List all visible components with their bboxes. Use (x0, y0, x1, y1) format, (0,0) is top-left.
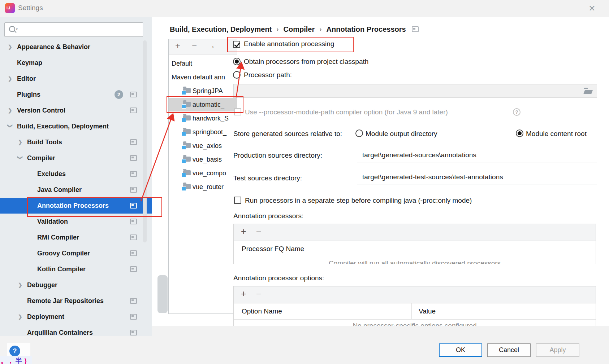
sidebar-item-debugger[interactable]: ❯Debugger (0, 277, 152, 293)
sidebar-item-arquillian-containers[interactable]: Arquillian Containers (0, 325, 152, 336)
breadcrumb-compiler[interactable]: Compiler (284, 25, 315, 34)
intellij-logo-icon: IJ (5, 3, 15, 13)
sidebar-item-deployment[interactable]: ❯Deployment (0, 309, 152, 325)
profiles-toolbar: + − → (169, 39, 237, 54)
profile-item-vue-axios[interactable]: vue_axios (169, 139, 237, 153)
chevron-right-icon[interactable]: ❯ (8, 108, 12, 113)
enable-annotation-processing-label[interactable]: Enable annotation processing (244, 40, 334, 48)
enable-annotation-processing-checkbox[interactable] (233, 41, 240, 48)
sidebar-item-excludes[interactable]: Excludes (0, 166, 152, 182)
ok-button[interactable]: OK (439, 343, 482, 357)
processor-options-table-label: Annotation processor options: (233, 274, 324, 282)
profile-item-automatic[interactable]: automatic_ (169, 98, 237, 111)
profiles-list: Default Maven default ann SpringJPA auto… (169, 57, 237, 194)
sidebar-item-annotation-processors[interactable]: Annotation Processors (0, 198, 152, 214)
chevron-right-icon[interactable]: ❯ (18, 282, 22, 288)
chevron-right-icon[interactable]: ❯ (8, 76, 12, 82)
profile-item-maven-default[interactable]: Maven default ann (169, 70, 237, 84)
profile-item-springboot[interactable]: springboot_ (169, 125, 237, 139)
processor-path-input[interactable] (233, 84, 597, 98)
sidebar-item-compiler[interactable]: ❯Compiler (0, 150, 152, 166)
option-name-header: Option Name (242, 307, 282, 315)
obtain-from-classpath-label[interactable]: Obtain processors from project classpath (244, 58, 368, 66)
module-content-root-label[interactable]: Module content root (526, 130, 587, 138)
sidebar-item-kotlin-compiler[interactable]: Kotlin Compiler (0, 261, 152, 277)
move-to-profile-button[interactable]: → (208, 41, 215, 50)
chevron-down-icon[interactable]: ❯ (7, 124, 13, 128)
sidebar-item-java-compiler[interactable]: Java Compiler (0, 182, 152, 198)
obtain-from-classpath-radio[interactable] (233, 58, 241, 65)
module-folder-icon (183, 157, 191, 162)
search-input[interactable] (21, 23, 141, 36)
breadcrumb-separator: › (319, 25, 321, 33)
help-circle-icon[interactable]: ? (513, 108, 521, 116)
annotation-processors-table: + − Processor FQ Name Compiler will run … (233, 224, 596, 264)
tree-scrollbar-thumb[interactable] (157, 275, 168, 313)
module-output-directory-radio[interactable] (355, 130, 363, 137)
browse-folder-icon[interactable] (583, 88, 593, 94)
use-processor-module-path-label[interactable]: Use --processor-module-path compiler opt… (245, 108, 448, 116)
sidebar-item-keymap[interactable]: Keymap (0, 55, 152, 71)
chevron-right-icon[interactable]: ❯ (18, 314, 22, 320)
cancel-button[interactable]: Cancel (487, 343, 531, 357)
remove-option-button[interactable]: − (256, 289, 262, 299)
chevron-down-icon[interactable]: ❯ (17, 155, 23, 160)
window-title: Settings (18, 4, 43, 12)
search-icon (9, 26, 15, 32)
proc-only-label[interactable]: Run processors in a separate step before… (245, 197, 472, 205)
test-sources-input[interactable] (357, 170, 597, 184)
processor-path-radio[interactable] (233, 71, 241, 79)
use-processor-module-path-checkbox[interactable] (234, 108, 241, 115)
breadcrumb-build-execution-deployment[interactable]: Build, Execution, Deployment (170, 25, 272, 34)
sidebar-item-version-control[interactable]: ❯Version Control (0, 102, 152, 118)
profile-item-vue-basis[interactable]: vue_basis (169, 153, 237, 166)
settings-indicator-icon (130, 203, 137, 209)
close-icon[interactable]: ✕ (587, 3, 597, 14)
ime-artifact-part: 。， (1, 357, 14, 364)
apply-button[interactable]: Apply (536, 343, 579, 357)
processor-path-label[interactable]: Processor path: (244, 71, 292, 79)
sidebar-item-appearance-behavior[interactable]: ❯Appearance & Behavior (0, 39, 152, 55)
add-option-button[interactable]: + (241, 289, 246, 299)
remove-processor-button[interactable]: − (256, 226, 262, 237)
sidebar-item-groovy-compiler[interactable]: Groovy Compiler (0, 245, 152, 261)
sidebar-item-validation[interactable]: Validation (0, 214, 152, 229)
help-button[interactable]: ? (9, 346, 20, 356)
chevron-right-icon[interactable]: ❯ (8, 44, 12, 50)
settings-indicator-icon (130, 298, 137, 304)
plugins-count-badge: 2 (115, 90, 123, 99)
add-profile-button[interactable]: + (175, 41, 180, 51)
module-folder-icon (183, 143, 191, 148)
options-table-header: Option Name Value (234, 303, 596, 320)
proc-only-checkbox[interactable] (234, 197, 241, 204)
remove-profile-button[interactable]: − (192, 41, 197, 51)
settings-indicator-icon (130, 92, 137, 97)
processors-table-toolbar: + − (234, 224, 596, 241)
sidebar-item-build-tools[interactable]: ❯Build Tools (0, 134, 152, 150)
store-relative-label: Store generated sources relative to: (233, 130, 342, 138)
module-output-directory-label[interactable]: Module output directory (366, 130, 437, 138)
add-processor-button[interactable]: + (241, 226, 246, 237)
ime-artifact-part: 半 (16, 357, 22, 364)
sidebar-item-rmi-compiler[interactable]: RMI Compiler (0, 229, 152, 245)
profile-item-handwork[interactable]: handwork_S (169, 111, 237, 125)
sidebar-item-build-execution-deployment[interactable]: ❯Build, Execution, Deployment (0, 118, 152, 134)
sidebar-scrollbar[interactable] (143, 40, 147, 242)
profile-item-springjpa[interactable]: SpringJPA (169, 84, 237, 98)
settings-indicator-icon (130, 155, 137, 161)
profile-item-vue-router[interactable]: vue_router (169, 180, 237, 194)
settings-indicator-icon (130, 139, 137, 145)
profile-item-vue-compo[interactable]: vue_compo (169, 166, 237, 180)
production-sources-input[interactable] (357, 148, 597, 162)
profile-item-default[interactable]: Default (169, 57, 237, 70)
sidebar-item-remote-jar-repositories[interactable]: Remote Jar Repositories (0, 293, 152, 309)
search-box[interactable]: ▾ (4, 22, 143, 37)
settings-tree: ❯Appearance & Behavior Keymap ❯Editor Pl… (0, 39, 152, 336)
sidebar-item-plugins[interactable]: Plugins2 (0, 87, 152, 102)
processors-table-header: Processor FQ Name (234, 241, 596, 257)
annotation-processors-page: Build, Execution, Deployment › Compiler … (152, 17, 609, 326)
module-content-root-radio[interactable] (516, 130, 523, 137)
chevron-right-icon[interactable]: ❯ (18, 139, 22, 145)
sidebar-item-editor[interactable]: ❯Editor (0, 71, 152, 87)
settings-sidebar: ▾ ❯Appearance & Behavior Keymap ❯Editor … (0, 17, 152, 336)
